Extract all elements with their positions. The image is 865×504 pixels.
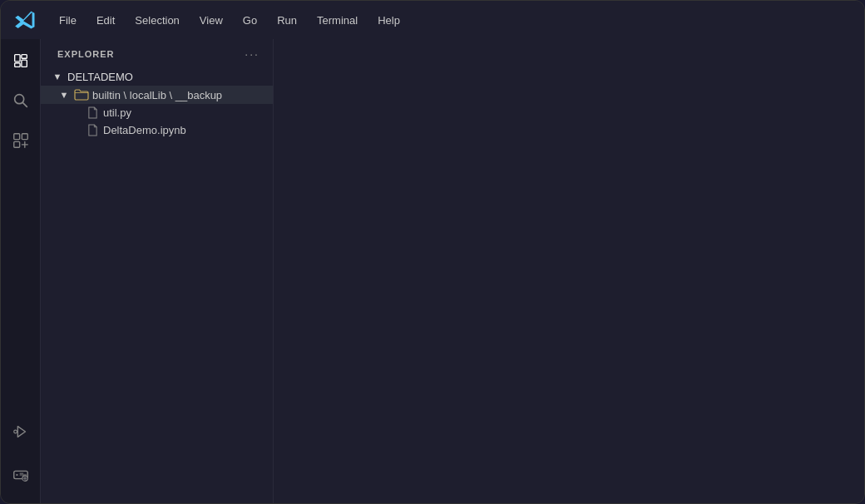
- menu-bar: File Edit Selection View Go Run Terminal…: [1, 1, 864, 39]
- svg-point-11: [16, 474, 17, 476]
- svg-rect-0: [14, 55, 19, 62]
- file-deltademo-ipynb[interactable]: DeltaDemo.ipynb: [41, 121, 273, 139]
- svg-rect-8: [13, 141, 19, 147]
- root-folder-deltademo[interactable]: ▼ DELTADEMO: [41, 67, 273, 86]
- svg-rect-2: [21, 55, 26, 59]
- menu-selection[interactable]: Selection: [126, 11, 187, 30]
- folder-backup-label: builtin \ localLib \ __backup: [92, 89, 222, 101]
- vscode-logo-icon: [14, 8, 37, 32]
- file-deltademo-ipynb-label: DeltaDemo.ipynb: [103, 124, 186, 136]
- explorer-icon[interactable]: [6, 46, 36, 76]
- folder-icon: [74, 88, 89, 101]
- root-folder-label: DELTADEMO: [67, 71, 133, 83]
- menu-edit[interactable]: Edit: [88, 11, 123, 30]
- file-util-py-label: util.py: [103, 106, 131, 119]
- activity-bar: [1, 39, 41, 503]
- menu-terminal[interactable]: Terminal: [309, 11, 366, 30]
- menu-view[interactable]: View: [191, 11, 231, 30]
- svg-rect-3: [21, 60, 26, 67]
- menu-file[interactable]: File: [51, 11, 85, 30]
- svg-line-5: [22, 102, 27, 106]
- sidebar-header: EXPLORER ···: [41, 39, 273, 67]
- sidebar: EXPLORER ··· ▼ DELTADEMO ▼: [41, 39, 274, 503]
- vscode-window: File Edit Selection View Go Run Terminal…: [0, 0, 865, 504]
- editor-area: [274, 39, 864, 503]
- file-icon-util: [87, 106, 98, 119]
- svg-point-9: [13, 430, 17, 433]
- search-icon[interactable]: [6, 86, 36, 116]
- chevron-down-icon-backup: ▼: [57, 88, 71, 101]
- menu-go[interactable]: Go: [235, 11, 265, 30]
- svg-rect-7: [22, 134, 27, 140]
- main-area: EXPLORER ··· ▼ DELTADEMO ▼: [1, 39, 864, 503]
- extensions-icon[interactable]: [6, 126, 36, 156]
- file-icon-deltademo: [87, 124, 98, 136]
- remote-icon[interactable]: [6, 460, 36, 490]
- svg-rect-6: [13, 134, 19, 140]
- chevron-down-icon: ▼: [51, 70, 64, 83]
- folder-backup[interactable]: ▼ builtin \ localLib \ __backup: [41, 86, 273, 104]
- sidebar-more-actions[interactable]: ···: [245, 47, 260, 61]
- file-util-py[interactable]: util.py: [41, 104, 273, 121]
- sidebar-title: EXPLORER: [57, 49, 115, 59]
- svg-rect-1: [14, 63, 19, 67]
- run-debug-icon[interactable]: [6, 417, 36, 447]
- explorer-tree[interactable]: ▼ DELTADEMO ▼ builtin \ localLib \ __bac…: [41, 67, 273, 503]
- menu-help[interactable]: Help: [369, 11, 408, 30]
- menu-run[interactable]: Run: [269, 11, 305, 30]
